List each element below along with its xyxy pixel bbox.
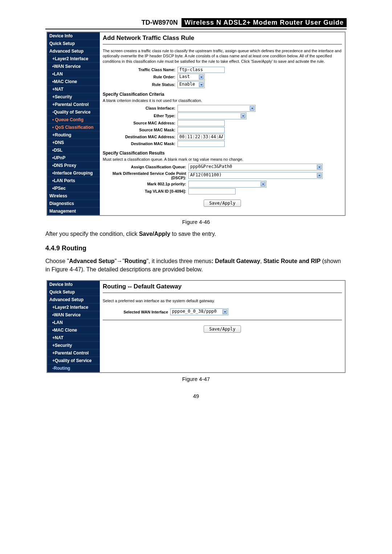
sidebar-item-wireless[interactable]: Wireless [47, 192, 100, 200]
sidebar2-item-wan-service[interactable]: •WAN Service [47, 311, 100, 319]
sidebar-item-nat[interactable]: +NAT [47, 86, 100, 93]
after-fig1-post: to save the entry. [170, 231, 216, 237]
class-interface-select[interactable] [177, 105, 256, 112]
mark-8021p-label: Mark 802.1p priority: [103, 182, 188, 186]
header-model: TD-W8970N [142, 19, 178, 26]
choose-b4: Static Route and RIP [264, 258, 320, 264]
sidebar-item-queue-config[interactable]: • Queue Config [47, 116, 100, 124]
sidebar-item-lan[interactable]: •LAN [47, 70, 100, 78]
sidebar-item-qos[interactable]: -Quality of Service [47, 108, 100, 116]
source-mac-input[interactable] [177, 120, 225, 126]
sidebar-item-ipsec[interactable]: •IPSec [47, 185, 100, 192]
dest-mac-mask-label: Destination MAC Mask: [103, 141, 177, 146]
traffic-class-name-label: Traffic Class Name: [103, 67, 177, 72]
rule-order-label: Rule Order: [103, 75, 177, 79]
sidebar-item-qos-classification[interactable]: • QoS Classification [47, 124, 100, 131]
sidebar-item-security[interactable]: +Security [47, 93, 100, 101]
dest-mac-label: Destination MAC Address: [103, 135, 177, 139]
figure-4-47-caption: Figure 4-47 [45, 376, 347, 382]
sidebar-item-quick-setup[interactable]: Quick Setup [47, 40, 100, 48]
tag-vlan-label: Tag VLAN ID [0-4094]: [103, 189, 188, 193]
sidebar-item-parental[interactable]: +Parental Control [47, 101, 100, 108]
fig2-sidebar: Device Info Quick Setup Advanced Setup +… [47, 281, 100, 372]
sidebar2-item-layer2[interactable]: +Layer2 Interface [47, 304, 100, 311]
sidebar-item-management[interactable]: Management [47, 208, 100, 215]
choose-pre: Choose " [45, 258, 69, 264]
criteria-heading: Specify Classification Criteria [103, 92, 342, 97]
rule-status-label: Rule Status: [103, 82, 177, 87]
routing-intro-text: Choose "Advanced Setup"→"Routing", it in… [45, 257, 347, 274]
figure-4-46-caption: Figure 4-46 [45, 219, 347, 225]
tag-vlan-input[interactable] [188, 188, 236, 194]
save-apply-button[interactable]: Save/Apply [204, 200, 241, 207]
sidebar2-item-lan[interactable]: •LAN [47, 319, 100, 327]
criteria-note: A blank criterion indicates it is not us… [103, 98, 342, 103]
sidebar-item-diagnostics[interactable]: Diagnostics [47, 200, 100, 208]
sidebar-item-wan-service[interactable]: •WAN Service [47, 63, 100, 70]
dscp-label: Mark Differentiated Service Code Point (… [103, 171, 188, 180]
sidebar-item-routing[interactable]: +Routing [47, 131, 100, 139]
source-mac-label: Source MAC Address: [103, 121, 177, 125]
dest-mac-mask-input[interactable] [177, 141, 225, 147]
sidebar2-item-nat[interactable]: +NAT [47, 334, 100, 342]
sidebar2-item-parental[interactable]: +Parental Control [47, 349, 100, 357]
arrow-icon: → [117, 258, 122, 264]
sidebar2-item-device-info[interactable]: Device Info [47, 281, 100, 288]
ether-type-select[interactable] [177, 112, 246, 119]
after-fig1-bold: Save/Apply [139, 231, 170, 237]
mark-8021p-select[interactable] [188, 181, 266, 188]
sidebar-item-device-info[interactable]: Device Info [47, 32, 100, 40]
source-mac-mask-input[interactable] [177, 127, 225, 133]
fig1-sidebar: Device Info Quick Setup Advanced Setup +… [47, 32, 100, 215]
dest-mac-input[interactable] [177, 134, 225, 140]
sidebar-item-layer2[interactable]: +Layer2 Interface [47, 55, 100, 63]
document-page: TD-W8970N Wireless N ADSL2+ Modem Router… [45, 18, 347, 414]
after-fig1-pre: After you specify the condition, click [45, 231, 139, 237]
fig2-save-apply-button[interactable]: Save/Apply [204, 325, 241, 333]
figure-4-46: Device Info Quick Setup Advanced Setup +… [46, 32, 346, 216]
assign-queue-select[interactable]: ppp0&Prec3&Path0 [188, 164, 323, 171]
sidebar2-item-routing[interactable]: -Routing [47, 365, 100, 372]
section-4-4-9-heading: 4.4.9 Routing [45, 245, 347, 252]
choose-b2: Routing [124, 258, 146, 264]
sidebar-item-mac-clone[interactable]: •MAC Clone [47, 78, 100, 86]
results-note: Must select a classification queue. A bl… [103, 157, 342, 161]
page-number: 49 [45, 393, 347, 399]
figure-4-47: Device Info Quick Setup Advanced Setup +… [46, 280, 346, 373]
sidebar2-item-quick-setup[interactable]: Quick Setup [47, 288, 100, 296]
sidebar-item-dsl[interactable]: •DSL [47, 147, 100, 154]
traffic-class-name-input[interactable] [177, 67, 225, 73]
page-header: TD-W8970N Wireless N ADSL2+ Modem Router… [45, 18, 347, 29]
header-title: Wireless N ADSL2+ Modem Router User Guid… [181, 18, 347, 27]
dscp-select[interactable]: AF12(001100) [188, 172, 323, 179]
fig1-description: The screen creates a traffic class rule … [103, 48, 342, 64]
ether-type-label: Ether Type: [103, 114, 177, 118]
selected-wan-label: Selected WAN Interface [103, 310, 170, 314]
sidebar2-item-mac-clone[interactable]: •MAC Clone [47, 327, 100, 334]
assign-queue-label: Assign Classification Queue: [103, 165, 188, 169]
sidebar2-item-security[interactable]: +Security [47, 342, 100, 349]
fig1-title: Add Network Traffic Class Rule [103, 34, 342, 42]
rule-order-select[interactable]: Last [177, 74, 205, 81]
sidebar2-item-qos[interactable]: +Quality of Service [47, 357, 100, 365]
sidebar-item-iface-grouping[interactable]: •Interface Grouping [47, 169, 100, 177]
choose-b3: : Default Gateway [212, 258, 260, 264]
selected-wan-select[interactable]: pppoe_0_0_38/ppp0 [170, 308, 228, 315]
sidebar-item-lan-ports[interactable]: •LAN Ports [47, 177, 100, 185]
rule-status-select[interactable]: Enable [177, 81, 205, 88]
choose-b1: Advanced Setup [69, 258, 114, 264]
fig1-main: Add Network Traffic Class Rule The scree… [100, 32, 345, 215]
fig2-main: Routing -- Default Gateway Select a pref… [100, 281, 345, 372]
sidebar-item-advanced-setup[interactable]: Advanced Setup [47, 48, 100, 55]
source-mac-mask-label: Source MAC Mask: [103, 128, 177, 132]
results-heading: Specify Classification Results [103, 151, 342, 156]
fig2-description: Select a preferred wan interface as the … [103, 298, 342, 303]
sidebar-item-dns-proxy[interactable]: •DNS Proxy [47, 162, 100, 169]
sidebar-item-dns[interactable]: +DNS [47, 139, 100, 147]
sidebar2-item-advanced-setup[interactable]: Advanced Setup [47, 296, 100, 304]
class-interface-label: Class Interface: [103, 106, 177, 110]
choose-mid3: ", it includes three menus [146, 258, 211, 264]
sidebar-item-upnp[interactable]: •UPnP [47, 154, 100, 162]
after-fig1-text: After you specify the condition, click S… [45, 230, 347, 238]
fig2-title: Routing -- Default Gateway [103, 283, 342, 290]
